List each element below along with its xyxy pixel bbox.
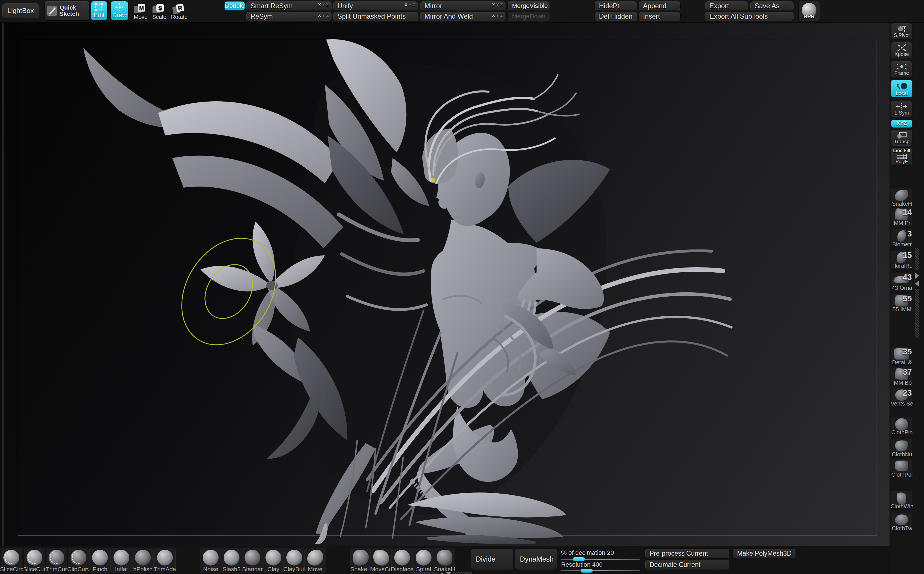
append-button[interactable]: Append <box>639 2 680 11</box>
preprocess-current-label: Pre-process Current <box>649 550 708 557</box>
brush-inflat[interactable]: Inflat <box>111 548 132 573</box>
scroll-arrow-down-icon[interactable] <box>446 572 451 574</box>
scroll-arrow-up-icon[interactable] <box>439 572 444 574</box>
subtool-thumb-clothpul[interactable]: ClothPul <box>891 459 913 478</box>
frame-button[interactable]: Frame <box>891 61 913 77</box>
draw-label: Draw <box>112 11 126 19</box>
subtool-thumb-snakeh[interactable]: SnakeH <box>891 189 913 207</box>
resym-button[interactable]: ReSymXYZ <box>246 12 332 21</box>
decimate-current-label: Decimate Current <box>649 561 700 569</box>
preprocess-current-button[interactable]: Pre-process Current <box>645 549 730 558</box>
subtool-thumb-biometr[interactable]: 3Biometr <box>891 229 913 247</box>
subtool-thumb-vents[interactable]: 23Vents Se <box>891 388 913 406</box>
smart-resym-button[interactable]: Smart ReSymXYZ <box>246 2 332 11</box>
brush-snakehook[interactable]: SnakeH <box>350 548 372 573</box>
resolution-slider-track[interactable] <box>561 570 640 571</box>
decimation-slider-track[interactable] <box>561 559 640 560</box>
rotate-button[interactable]: R Rotate <box>170 1 189 20</box>
subtool-thumb-55-imm[interactable]: 5555 IMM <box>891 294 913 312</box>
unify-button[interactable]: UnifyXYZ <box>333 2 418 11</box>
save-as-button[interactable]: Save As <box>750 2 793 11</box>
spivot-label: S.Pivot <box>894 32 910 38</box>
subtool-thumb-floralre[interactable]: 15FloralRe <box>891 251 913 269</box>
mirror-and-weld-button[interactable]: Mirror And WeldXYZ <box>420 12 505 21</box>
lightbox-button[interactable]: LightBox <box>2 3 39 18</box>
brush-noise[interactable]: Noise <box>200 548 221 573</box>
xpose-button[interactable]: Xpose <box>891 43 913 58</box>
divide-label: Divide <box>476 555 495 563</box>
del-hidden-button[interactable]: Del Hidden <box>595 12 637 21</box>
transp-button[interactable]: Transp <box>891 130 913 146</box>
brush-slicecirc[interactable]: SliceCirc <box>0 548 22 573</box>
resolution-slider-handle[interactable] <box>581 569 593 572</box>
subtool-thumb-clothpin[interactable]: ClothPin <box>891 417 913 435</box>
brush-snakehook2[interactable]: SnakeH <box>434 548 455 573</box>
edit-gizmo-icon <box>94 3 104 11</box>
scroll-arrow-right-icon[interactable] <box>915 273 919 279</box>
bpr-render-button[interactable]: BPR <box>799 1 820 21</box>
lsym-button[interactable]: L.Sym <box>891 101 913 117</box>
brush-spiral[interactable]: Spiral <box>413 548 434 573</box>
decimate-current-button[interactable]: Decimate Current <box>645 560 730 569</box>
subtool-thumb-clothwin[interactable]: ClothWin <box>891 491 913 509</box>
merge-down-button[interactable]: MergeDown <box>508 12 550 21</box>
hidept-button[interactable]: HidePt <box>595 2 637 11</box>
brush-sphere-icon <box>3 550 19 566</box>
double-button[interactable]: Double <box>224 2 245 11</box>
export-all-subtools-label: Export All SubTools <box>709 13 768 20</box>
scale-button[interactable]: S Scale <box>151 1 168 20</box>
brush-pinch[interactable]: Pinch <box>89 548 111 573</box>
divide-button[interactable]: Divide <box>471 549 513 569</box>
brush-clay[interactable]: Clay <box>263 548 284 573</box>
mirror-button[interactable]: MirrorXYZ <box>420 2 505 11</box>
viewport-canvas[interactable] <box>0 22 889 546</box>
bottom-scrollbar-track[interactable] <box>453 572 472 574</box>
make-polymesh3d-button[interactable]: Make PolyMesh3D <box>733 549 796 558</box>
subtool-thumb-imm-primitives[interactable]: 14IMM Pri <box>891 208 913 226</box>
brush-sphere-icon <box>245 550 261 566</box>
draw-button[interactable]: Draw <box>111 1 128 20</box>
decimation-slider-handle[interactable] <box>573 557 585 561</box>
brush-displace[interactable]: Displace <box>392 548 413 573</box>
polyframe-button[interactable]: Line Fill PolyF <box>891 148 913 166</box>
brush-claybuildup[interactable]: ClayBuil <box>284 548 305 573</box>
brush-movecurve[interactable]: MoveCu <box>371 548 392 573</box>
brush-hpolish[interactable]: hPolish <box>132 548 154 573</box>
dynamesh-button[interactable]: DynaMesh <box>515 549 557 569</box>
local-button[interactable]: Local <box>891 80 913 97</box>
export-button[interactable]: Export <box>705 2 748 11</box>
brush-clipcurv[interactable]: ClipCurv <box>68 548 89 573</box>
subtool-thumb-imm-bo[interactable]: 37IMM Bo <box>891 367 913 385</box>
bottom-scrollbar-track[interactable] <box>411 572 438 574</box>
subtool-thumb-detail[interactable]: 35Detail & <box>891 347 913 365</box>
insert-button[interactable]: Insert <box>639 12 680 21</box>
unify-label: Unify <box>338 2 353 10</box>
brush-move[interactable]: Move <box>305 548 326 573</box>
xyz-button[interactable]: XYZ <box>891 120 913 128</box>
set-pivot-button[interactable]: S.Pivot <box>891 24 913 39</box>
brush-standard[interactable]: Standar <box>242 548 263 573</box>
thumb-icon <box>895 190 908 201</box>
split-unmasked-points-button[interactable]: Split Unmasked Points <box>333 12 418 21</box>
move-button[interactable]: M Move <box>132 1 149 20</box>
paintbrush-icon <box>47 5 57 17</box>
subtool-thumb-clothtw[interactable]: ClothTw <box>891 513 913 531</box>
brush-slash3[interactable]: Slash3 <box>221 548 242 573</box>
brush-trimcur[interactable]: TrimCur <box>46 548 67 573</box>
frame-icon <box>896 63 907 70</box>
double-label: Double <box>225 2 245 9</box>
right-scrollbar-track[interactable] <box>915 289 919 337</box>
mirror-label: Mirror <box>425 2 442 10</box>
scroll-arrow-left-icon[interactable] <box>915 281 919 287</box>
brush-slicecur[interactable]: SliceCur <box>24 548 45 573</box>
merge-visible-button[interactable]: MergeVisible <box>508 2 550 11</box>
subtool-thumb-clothnu[interactable]: ClothNu <box>891 439 913 457</box>
brush-trimada[interactable]: TrimAda <box>154 548 176 573</box>
quick-sketch-button[interactable]: Quick Sketch <box>44 1 89 20</box>
frame-label: Frame <box>894 70 909 76</box>
subtool-thumb-43-orna[interactable]: 4343 Orna <box>891 273 913 291</box>
right-scrollbar-track[interactable] <box>915 248 919 270</box>
export-all-subtools-button[interactable]: Export All SubTools <box>705 12 793 21</box>
edit-button[interactable]: Edit <box>91 1 107 20</box>
bpr-label: BPR <box>799 14 819 20</box>
